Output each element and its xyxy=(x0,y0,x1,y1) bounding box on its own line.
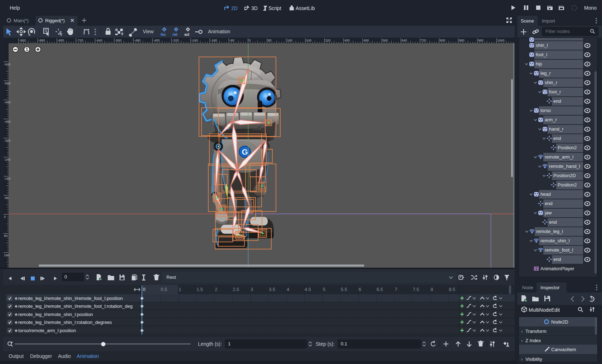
svg-text:-240: -240 xyxy=(191,39,198,42)
svg-text:-80: -80 xyxy=(230,39,234,42)
svg-text:160: 160 xyxy=(287,39,292,42)
svg-text:960: 960 xyxy=(478,39,484,42)
svg-text:scl: scl xyxy=(184,33,189,37)
svg-text:AssetLib: AssetLib xyxy=(296,5,315,11)
svg-text:560: 560 xyxy=(383,39,388,42)
svg-text:240: 240 xyxy=(306,39,311,42)
svg-text:3D: 3D xyxy=(251,5,258,11)
svg-text:480: 480 xyxy=(363,39,369,42)
svg-text:880: 880 xyxy=(459,39,464,42)
svg-text:800: 800 xyxy=(440,39,445,42)
svg-text:-560: -560 xyxy=(115,39,121,42)
svg-text:2D: 2D xyxy=(231,5,238,11)
svg-text:-960: -960 xyxy=(19,39,26,42)
svg-text:-160: -160 xyxy=(210,39,217,42)
svg-text:rot: rot xyxy=(173,33,178,37)
svg-text:1040: 1040 xyxy=(497,39,504,42)
svg-text:80: 80 xyxy=(268,39,271,42)
svg-text:G: G xyxy=(242,147,248,156)
svg-text:640: 640 xyxy=(402,39,407,42)
svg-text:0: 0 xyxy=(249,39,251,42)
svg-text:-320: -320 xyxy=(172,39,179,42)
svg-text:0: 0 xyxy=(4,215,6,219)
svg-text:320: 320 xyxy=(325,39,331,42)
svg-text:720: 720 xyxy=(421,39,426,42)
svg-text:-720: -720 xyxy=(77,39,83,42)
svg-text:-640: -640 xyxy=(96,39,102,42)
svg-text:400: 400 xyxy=(344,39,350,42)
svg-text:Script: Script xyxy=(268,5,281,11)
svg-text:-880: -880 xyxy=(39,39,45,42)
svg-text:1: 1 xyxy=(26,47,28,52)
svg-text:loc: loc xyxy=(161,33,166,37)
svg-text:-800: -800 xyxy=(58,39,64,42)
svg-text:-400: -400 xyxy=(153,39,160,42)
svg-text:80: 80 xyxy=(4,234,8,238)
svg-text:-480: -480 xyxy=(134,39,141,42)
